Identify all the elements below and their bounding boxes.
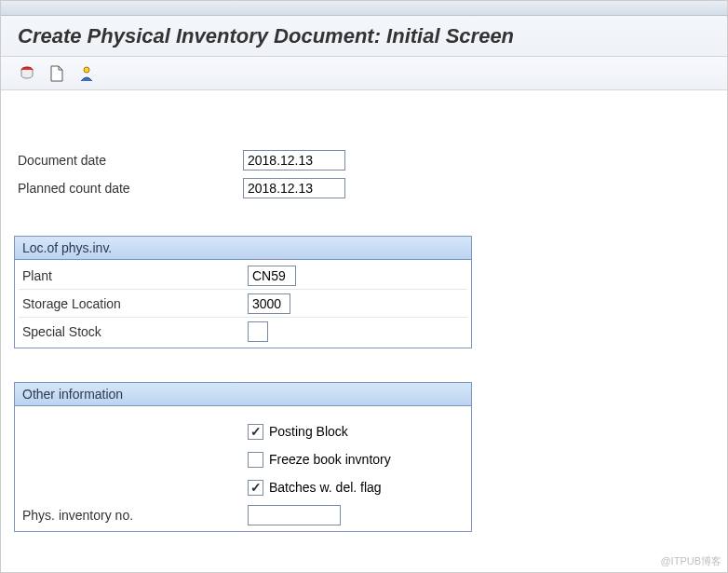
toolbar bbox=[1, 57, 727, 90]
batches-del-flag-label: Batches w. del. flag bbox=[269, 480, 382, 495]
content-area: Document date Planned count date Loc.of … bbox=[1, 90, 727, 545]
special-stock-input[interactable] bbox=[248, 321, 268, 342]
freeze-book-label: Freeze book invntory bbox=[269, 452, 391, 467]
title-bar: Create Physical Inventory Document: Init… bbox=[1, 16, 727, 57]
plant-input[interactable] bbox=[248, 266, 296, 286]
database-icon[interactable] bbox=[18, 64, 36, 83]
svg-point-1 bbox=[84, 67, 89, 73]
watermark: @ITPUB博客 bbox=[660, 554, 721, 568]
storage-location-input[interactable] bbox=[248, 293, 290, 314]
posting-block-checkbox[interactable] bbox=[248, 424, 263, 440]
other-info-header: Other information bbox=[15, 383, 471, 406]
loc-phys-inv-header: Loc.of phys.inv. bbox=[15, 237, 471, 260]
spacer bbox=[19, 408, 467, 417]
planned-count-date-label: Planned count date bbox=[14, 181, 243, 196]
planned-count-date-row: Planned count date bbox=[14, 174, 714, 202]
top-thin-bar bbox=[1, 1, 727, 16]
document-date-row: Document date bbox=[14, 146, 714, 174]
spacer bbox=[14, 202, 714, 236]
page-title: Create Physical Inventory Document: Init… bbox=[18, 24, 514, 48]
spacer bbox=[14, 348, 714, 382]
page-icon[interactable] bbox=[47, 64, 66, 83]
loc-phys-inv-panel: Loc.of phys.inv. Plant Storage Location … bbox=[14, 236, 472, 348]
batches-del-flag-checkbox[interactable] bbox=[248, 480, 263, 496]
freeze-book-checkbox[interactable] bbox=[248, 452, 263, 468]
other-info-body: Posting Block Freeze book invntory Batch… bbox=[15, 406, 471, 531]
document-date-label: Document date bbox=[14, 153, 243, 168]
app-window: Create Physical Inventory Document: Init… bbox=[0, 0, 728, 573]
special-stock-label: Special Stock bbox=[19, 324, 248, 339]
plant-label: Plant bbox=[19, 268, 248, 283]
posting-block-label: Posting Block bbox=[269, 424, 348, 439]
storage-location-label: Storage Location bbox=[19, 296, 248, 311]
document-date-input[interactable] bbox=[243, 150, 345, 171]
phys-inventory-no-label: Phys. inventory no. bbox=[19, 508, 248, 523]
person-icon[interactable] bbox=[77, 64, 96, 83]
other-info-panel: Other information Posting Block Freeze b… bbox=[14, 382, 472, 532]
phys-inventory-no-input[interactable] bbox=[248, 505, 341, 525]
planned-count-date-input[interactable] bbox=[243, 178, 345, 198]
loc-phys-inv-body: Plant Storage Location Special Stock bbox=[15, 260, 471, 348]
